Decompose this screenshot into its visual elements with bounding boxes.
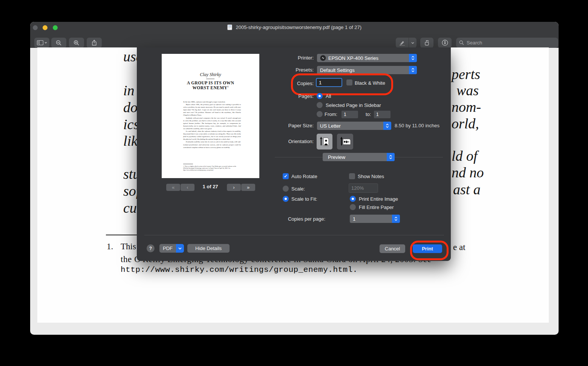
pages-all-label: All	[326, 93, 331, 99]
checkmark-icon: ✓	[284, 174, 288, 179]
portrait-icon	[319, 136, 330, 147]
help-icon: ?	[149, 246, 152, 251]
orientation-portrait-button[interactable]	[317, 134, 332, 149]
doc-text-fragment: was	[456, 82, 479, 99]
fill-entire-paper-radio[interactable]	[350, 204, 356, 210]
footnote-marker: 1.	[107, 242, 113, 252]
pages-all-radio[interactable]	[317, 93, 323, 99]
show-notes-checkbox[interactable]: ✓	[349, 173, 355, 179]
print-entire-image-radio[interactable]	[350, 196, 356, 202]
doc-text-fragment: lik	[123, 133, 138, 149]
pages-selected-label: Selected Page in Sidebar	[326, 102, 381, 108]
to-input[interactable]: 1	[374, 111, 390, 118]
print-button[interactable]: Print	[413, 244, 442, 253]
pages-selected-radio[interactable]	[317, 102, 323, 108]
footnote-line1-left: This	[121, 242, 136, 252]
thumb-author: Clay Shirky	[162, 72, 259, 78]
first-page-button[interactable]: «	[166, 184, 180, 191]
markup-toolbar-button[interactable]	[438, 38, 452, 48]
app-options-select[interactable]: Preview	[323, 153, 395, 161]
markup-pen-button[interactable]	[396, 38, 409, 48]
thumb-rule	[206, 79, 214, 79]
orientation-landscape-button[interactable]	[337, 134, 353, 149]
orientation-label: Orientation:	[288, 139, 314, 144]
scale-radio[interactable]	[283, 186, 289, 192]
highlighter-icon	[399, 40, 405, 46]
paper-size-select[interactable]: US Letter	[317, 122, 391, 130]
presets-label: Presets:	[296, 67, 314, 73]
share-button[interactable]	[87, 38, 102, 48]
zoom-in-icon	[74, 40, 80, 46]
to-label: to:	[366, 111, 371, 117]
scale-to-fit-label: Scale to Fit:	[291, 196, 317, 202]
pdf-menu-button[interactable]	[176, 244, 184, 253]
from-label: From:	[325, 111, 337, 117]
footnote-url: http://www.shirky.com/writings/group_ene…	[121, 265, 358, 274]
thumb-footnote-rule	[183, 164, 193, 164]
doc-text-fragment: cu	[123, 200, 137, 216]
doc-text-fragment: nom-	[452, 99, 481, 115]
copies-per-page-label: Copies per page:	[288, 216, 325, 222]
window-title: 2005-shirky-agroupisitsownworstenemy.pdf…	[30, 24, 559, 30]
print-entire-image-label: Print Entire Image	[359, 196, 398, 202]
scale-input: 120%	[349, 183, 378, 193]
last-page-button[interactable]: »	[241, 184, 255, 191]
sidebar-icon	[37, 40, 43, 45]
printer-label: Printer:	[298, 55, 314, 61]
chevron-down-icon	[44, 42, 47, 44]
zoom-out-button[interactable]	[51, 38, 66, 48]
updown-chevrons-icon	[392, 215, 400, 223]
fill-entire-paper-label: Fill Entire Paper	[359, 204, 394, 210]
thumb-title-line1: A GROUP IS ITS OWN	[162, 81, 259, 85]
black-white-label: Black & White	[355, 80, 385, 86]
share-icon	[92, 40, 97, 46]
document-icon	[227, 24, 232, 30]
print-preview-thumbnail: Clay Shirky A GROUP IS ITS OWN WORST ENE…	[162, 54, 259, 178]
printer-status-icon	[320, 55, 326, 61]
copies-input[interactable]: 1	[316, 78, 342, 87]
paper-size-label: Paper Size:	[288, 123, 314, 128]
pages-label: Pages:	[299, 93, 314, 99]
help-button[interactable]: ?	[147, 244, 155, 252]
thumb-title-line2: WORST ENEMY1	[162, 85, 259, 90]
thumb-footnote: 1. This is a lightly edited version of t…	[183, 166, 241, 171]
scale-label: Scale:	[291, 186, 305, 192]
previous-icon: ‹	[187, 185, 188, 190]
copies-per-page-select[interactable]: 1	[350, 215, 400, 223]
cancel-button[interactable]: Cancel	[380, 244, 405, 253]
next-page-button[interactable]: ›	[227, 184, 241, 191]
print-dialog: Clay Shirky A GROUP IS ITS OWN WORST ENE…	[137, 47, 451, 261]
black-white-checkbox[interactable]: ✓	[346, 79, 352, 85]
doc-text-fragment: ld of	[452, 148, 478, 164]
search-field[interactable]	[456, 38, 558, 48]
printer-select[interactable]: EPSON XP-400 Series	[317, 54, 417, 62]
hide-details-button[interactable]: Hide Details	[187, 244, 230, 253]
chevron-down-icon	[178, 247, 182, 250]
copies-label: Copies:	[297, 81, 314, 86]
landscape-icon	[340, 136, 351, 147]
markup-pen-menu-button[interactable]	[409, 38, 416, 48]
rotate-left-icon	[424, 40, 430, 46]
pages-range-radio[interactable]	[317, 111, 323, 117]
previous-page-button[interactable]: ‹	[181, 184, 194, 191]
presets-select[interactable]: Default Settings	[317, 66, 417, 74]
pdf-button[interactable]: PDF	[159, 244, 176, 253]
auto-rotate-checkbox[interactable]: ✓	[283, 173, 289, 179]
updown-chevrons-icon	[387, 153, 395, 161]
sidebar-view-button[interactable]	[34, 38, 49, 48]
doc-text-fragment: nd no	[452, 164, 484, 181]
doc-text-fragment: orld,	[452, 115, 479, 132]
next-icon: ›	[233, 185, 234, 190]
updown-chevrons-icon	[409, 66, 417, 74]
preview-window: 2005-shirky-agroupisitsownworstenemy.pdf…	[30, 22, 559, 335]
search-input[interactable]	[466, 40, 543, 46]
scale-to-fit-radio[interactable]	[283, 196, 289, 202]
bottom-divider	[144, 235, 444, 235]
doc-text-fragment: do	[123, 99, 138, 116]
zoom-in-button[interactable]	[69, 38, 84, 48]
footnote-line1-right: e at	[453, 242, 466, 252]
updown-chevrons-icon	[383, 122, 391, 130]
from-input[interactable]: 1	[341, 111, 358, 118]
markup-circle-icon	[442, 40, 448, 46]
rotate-button[interactable]	[420, 38, 433, 48]
